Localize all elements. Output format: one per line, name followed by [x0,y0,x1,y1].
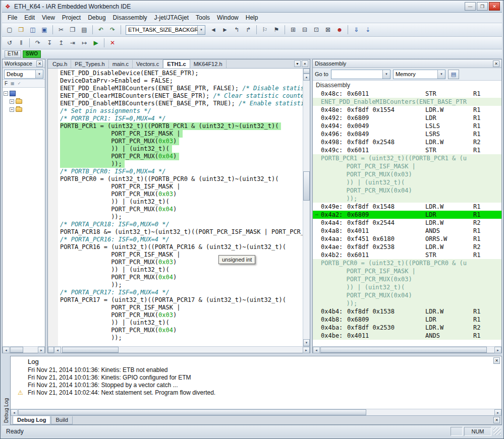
etm-button[interactable]: ETM [5,50,21,58]
disasm-row[interactable]: PORT_PCR_ISF_MASK | [313,267,501,275]
disasm-row[interactable]: 0x4b4:0xf8df 0x1538LDR.WR1 [313,307,501,316]
redo-button[interactable]: ↷ [107,25,118,35]
disasm-row[interactable]: 0x4a8:0x4011ANDSR1 [313,227,501,235]
disasm-row[interactable]: PORTB_PCR1 = (uint32_t)((PORTB_PCR1 & (u [313,154,501,162]
tab-vectors-c[interactable]: Vectors.c [133,60,163,68]
scroll-thumb[interactable] [62,347,119,353]
tab-list-icon[interactable]: ▼ [294,60,301,67]
menu-item-edit[interactable]: Edit [21,13,38,22]
find-next-button[interactable]: ► [219,25,231,35]
disasm-row[interactable]: 0x494:0x0049LSLSR1 [313,122,501,130]
previous-bookmark-button[interactable]: ⚐ [259,25,270,35]
disasm-row[interactable]: 0x492:0x6809LDRR1 [313,114,501,122]
disasm-row[interactable]: 0x496:0x0849LSRSR1 [313,130,501,138]
disasm-row[interactable]: 0x4aa:0xf451 0x6180ORRS.WR1 [313,235,501,243]
step-out-button[interactable]: ↥ [55,38,67,48]
menu-item-file[interactable]: File [4,13,21,22]
menu-item-j-jet-jtagjet[interactable]: J-jet/JTAGjet [151,13,192,22]
quick-search-combo[interactable]: ETH_TASK_SIZE_BACKGROU▼ [126,25,205,35]
log-side-tab[interactable]: Debug Log [2,356,10,425]
menu-item-view[interactable]: View [38,13,59,22]
disasm-row[interactable]: PORT_PCR_MUX(0x04) [313,291,501,299]
swo-button[interactable]: SWO [23,50,41,58]
workspace-close-icon[interactable]: ✕ [36,60,43,67]
find-previous-button[interactable]: ◄ [208,25,219,35]
menu-item-debug[interactable]: Debug [84,13,109,22]
scroll-thumb[interactable] [10,347,23,353]
scroll-left-icon[interactable]: ◄ [313,347,320,353]
tab-eth1-c[interactable]: ETH1.c [163,59,190,68]
resize-grip[interactable] [493,427,501,435]
navigate-backward-button[interactable]: ↰ [231,25,242,35]
disasm-row[interactable]: PORT_PCR_MUX(0x04) [313,186,501,195]
navigate-forward-button[interactable]: ↱ [243,25,254,35]
disasm-row[interactable]: 0x4be:0x4011ANDSR1 [313,332,501,340]
scroll-track[interactable] [303,81,310,339]
breakpoints-window-button[interactable]: ⊞ [288,25,299,35]
menu-item-project[interactable]: Project [59,13,84,22]
cut-button[interactable]: ✂ [55,25,67,35]
undo-button[interactable]: ↶ [95,25,106,35]
menu-item-help[interactable]: Help [242,13,262,22]
open-file-button[interactable]: ❒ [16,25,27,35]
scroll-thumb[interactable] [303,171,310,201]
disasm-row[interactable]: PORT_PCR_MUX(0x03) [313,275,501,283]
scroll-left-icon[interactable]: ◄ [3,347,10,353]
save-button[interactable]: ◫ [27,25,38,35]
scroll-down-icon[interactable]: ▼ [303,339,310,346]
disassembly-close-icon[interactable]: ✕ [493,60,499,67]
editor-content[interactable]: ENET_PDD_DisableDevice(ENET_BASE_PTR);De… [48,69,310,346]
scroll-right-icon[interactable]: ► [38,347,45,353]
download-and-debug-button[interactable]: ⇓ [351,25,362,35]
tab-build[interactable]: Build [51,416,72,424]
goto-combo[interactable]: ▼ [331,70,390,79]
disasm-row[interactable]: 0x4b2:0x6011STRR1 [313,251,501,259]
go-button[interactable]: ▶ [90,38,101,48]
run-to-cursor-button[interactable]: ↦ [79,38,90,48]
expand-icon[interactable]: + [10,99,14,104]
disasm-row[interactable]: 0x498:0xf8df 0x2548LDR.WR2 [313,138,501,146]
editor-hscrollbar[interactable]: ◄ ► [48,346,310,353]
close-button[interactable]: ✕ [489,2,500,11]
disasm-row[interactable]: 0x4ba:0xf8df 0x2530LDR.WR2 [313,324,501,332]
disassembly-hscrollbar[interactable]: ◄ ► [313,346,501,353]
break-button[interactable]: ‖ [16,38,27,48]
next-statement-button[interactable]: ⇥ [67,38,78,48]
tab-pe-types-h[interactable]: PE_Types.h [71,60,108,68]
debugger-button[interactable]: ☻ [334,25,345,35]
disasm-row[interactable]: )); [313,299,501,307]
reset-button[interactable]: ↺ [4,38,15,48]
scroll-right-icon[interactable]: ► [303,347,310,353]
debug-without-downloading-button[interactable]: ⇣ [362,25,373,35]
maximize-button[interactable]: ❐ [477,2,488,11]
registers-window-button[interactable]: ⊠ [322,25,333,35]
chevron-down-icon[interactable]: ▼ [35,70,43,78]
scroll-track[interactable] [61,347,303,353]
tab-debug-log[interactable]: Debug Log [13,416,50,424]
scroll-left-icon[interactable]: ◄ [54,347,61,353]
scroll-right-icon[interactable]: ► [494,347,501,353]
disasm-row[interactable]: )) | (uint32_t)( [313,283,501,291]
split-handle[interactable] [48,347,54,353]
scroll-track[interactable] [10,347,38,353]
disasm-row[interactable]: PORTB_PCR0 = (uint32_t)((PORTB_PCR0 & (u [313,259,501,267]
stop-debugging-button[interactable]: ✕ [107,38,118,48]
log-hscrollbar[interactable]: ◄ ► [11,409,501,415]
tab-main-c[interactable]: main.c [109,60,133,68]
disasm-row[interactable]: )); [313,195,501,203]
code-area[interactable]: ENET_PDD_DisableDevice(ENET_BASE_PTR);De… [60,70,303,342]
workspace-hscrollbar[interactable]: ◄ ► [3,346,45,353]
view-mode-combo[interactable]: Memory ▼ [393,70,445,79]
menu-item-disassembly[interactable]: Disassembly [109,13,151,22]
scroll-track[interactable] [18,409,494,415]
scroll-track[interactable] [320,347,494,353]
disasm-row[interactable]: 0x4b8:0x6809LDRR1 [313,316,501,324]
tab-cpu-h[interactable]: Cpu.h [49,60,71,68]
next-bookmark-button[interactable]: ⚑ [271,25,282,35]
tab-mk64f12-h[interactable]: MK64F12.h [190,60,227,68]
expand-icon[interactable]: + [10,107,14,112]
disasm-row[interactable]: 0x48e:0xf8df 0x1554LDR.WR1 [313,106,501,114]
memory-window-button[interactable]: ⊟ [299,25,310,35]
tree-row-project[interactable]: − [4,89,44,97]
chevron-down-icon[interactable]: ▼ [382,70,390,79]
